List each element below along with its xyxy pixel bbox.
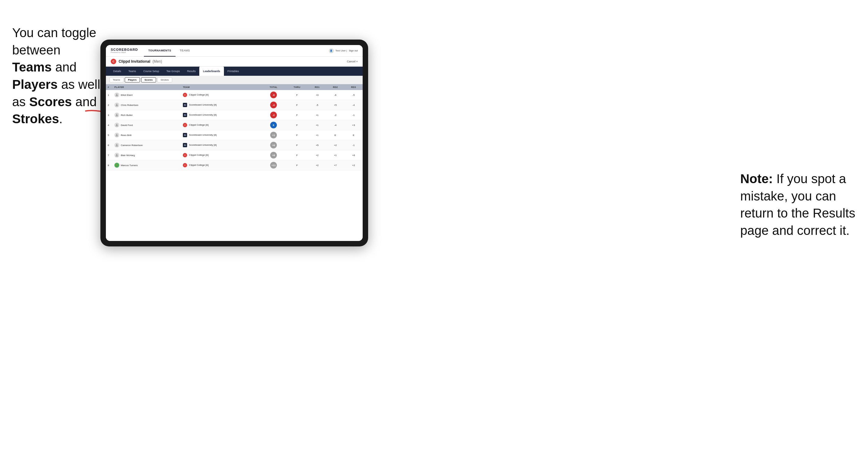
nav-teams[interactable]: TEAMS — [176, 45, 194, 57]
tab-results[interactable]: Results — [183, 67, 199, 76]
cancel-button[interactable]: Cancel × — [347, 60, 358, 63]
rd2-cell: +2 — [326, 140, 344, 150]
user-icon: 👤 — [329, 49, 334, 53]
nav-tournaments[interactable]: TOURNAMENTS — [144, 45, 175, 57]
team-cell: C Clippd College [A] — [181, 120, 261, 130]
player-avatar — [114, 133, 119, 137]
rd3-cell: -1 — [344, 140, 363, 150]
total-cell: +8 — [261, 150, 286, 160]
player-cell: Elliot Ebert — [113, 90, 181, 100]
player-cell: David Ford — [113, 120, 181, 130]
nav-right: 👤 Test User | Sign out — [329, 49, 358, 53]
team-name: Scoreboard University [A] — [189, 133, 217, 136]
col-thru: THRU — [286, 84, 308, 90]
nav-links: TOURNAMENTS TEAMS — [144, 45, 329, 57]
total-cell: -4 — [261, 100, 286, 110]
player-avatar — [114, 92, 119, 97]
player-avatar — [114, 123, 119, 127]
right-annotation: Note: If you spot a mistake, you can ret… — [740, 170, 856, 240]
table-row: 7 Blair McHarg C Clippd College [A] +8 F… — [106, 150, 363, 160]
rank-cell: 4 — [106, 120, 113, 130]
rank-cell: 8 — [106, 160, 113, 170]
tab-printables[interactable]: Printables — [224, 67, 243, 76]
toggle-teams[interactable]: Teams — [110, 77, 124, 83]
team-cell: SU Scoreboard University [A] — [181, 140, 261, 150]
player-name: Marcus Turners — [121, 164, 138, 167]
player-name: Chris Robertson — [121, 104, 138, 106]
toggle-players[interactable]: Players — [125, 77, 140, 83]
team-name: Clippd College [A] — [189, 124, 208, 126]
sign-out-link[interactable]: Sign out — [349, 49, 358, 52]
col-rd1: RD1 — [308, 84, 327, 90]
total-cell: +1 — [261, 130, 286, 140]
tab-teams[interactable]: Teams — [125, 67, 140, 76]
team-name: Scoreboard University [A] — [189, 144, 217, 146]
player-cell: Cameron Robertson — [113, 140, 181, 150]
team-cell: SU Scoreboard University [A] — [181, 110, 261, 120]
player-avatar — [114, 153, 119, 158]
player-name: David Ford — [121, 124, 133, 127]
rd2-cell: E — [326, 130, 344, 140]
svg-point-4 — [116, 124, 118, 125]
thru-cell: F — [286, 160, 308, 170]
toggle-strokes[interactable]: Strokes — [157, 77, 172, 83]
total-badge: +1 — [270, 132, 277, 138]
col-rd2: RD2 — [326, 84, 344, 90]
player-cell: Rees Britt — [113, 130, 181, 140]
leaderboard-table: # PLAYER TEAM TOTAL THRU RD1 RD2 RD3 1 E… — [106, 84, 363, 241]
total-cell: E — [261, 120, 286, 130]
tournament-title: Clippd Invitational (Men) — [119, 59, 162, 64]
total-badge: +6 — [270, 142, 277, 149]
total-badge: -8 — [270, 92, 277, 98]
rd1-cell: +3 — [308, 90, 327, 100]
col-rank: # — [106, 84, 113, 90]
rd1-cell: -5 — [308, 100, 327, 110]
player-avatar: 🏌 — [114, 163, 119, 168]
left-annotation: You can toggle between Teams and Players… — [12, 24, 100, 128]
total-badge: E — [270, 122, 277, 128]
tab-details[interactable]: Details — [110, 67, 125, 76]
svg-point-6 — [116, 144, 118, 145]
tablet-screen: SCOREBOARD Powered by clippd TOURNAMENTS… — [106, 45, 363, 241]
team-name: Clippd College [A] — [189, 164, 208, 166]
tab-leaderboards[interactable]: Leaderboards — [199, 67, 224, 76]
team-logo-icon: SU — [183, 113, 187, 117]
user-name: Test User | — [336, 49, 347, 52]
rd2-cell: +1 — [326, 150, 344, 160]
svg-point-5 — [116, 134, 118, 135]
rd1-cell: +2 — [308, 160, 327, 170]
toggle-scores[interactable]: Scores — [141, 77, 156, 83]
rank-cell: 1 — [106, 90, 113, 100]
tab-course-setup[interactable]: Course Setup — [140, 67, 163, 76]
team-logo-icon: C — [183, 93, 187, 97]
tab-tee-groups[interactable]: Tee Groups — [163, 67, 183, 76]
thru-cell: F — [286, 110, 308, 120]
thru-cell: F — [286, 130, 308, 140]
rd2-cell: +5 — [326, 100, 344, 110]
rd3-cell: +2 — [344, 160, 363, 170]
rd3-cell: +3 — [344, 120, 363, 130]
table-row: 3 Rich Butler SU Scoreboard University [… — [106, 110, 363, 120]
col-rd3: RD3 — [344, 84, 363, 90]
table-row: 4 David Ford C Clippd College [A] E F +1… — [106, 120, 363, 130]
col-team: TEAM — [181, 84, 261, 90]
team-logo-icon: C — [183, 123, 187, 127]
rd3-cell: -4 — [344, 100, 363, 110]
thru-cell: F — [286, 150, 308, 160]
svg-point-3 — [116, 114, 118, 115]
logo-area: SCOREBOARD Powered by clippd — [111, 48, 138, 53]
logo-text: SCOREBOARD — [111, 48, 138, 52]
player-name: Rees Britt — [121, 134, 131, 136]
col-player: PLAYER — [113, 84, 181, 90]
top-nav: SCOREBOARD Powered by clippd TOURNAMENTS… — [106, 45, 363, 57]
player-cell: Rich Butler — [113, 110, 181, 120]
team-cell: C Clippd College [A] — [181, 90, 261, 100]
svg-point-2 — [116, 104, 118, 105]
col-total: TOTAL — [261, 84, 286, 90]
tournament-header: C Clippd Invitational (Men) Cancel × — [106, 57, 363, 67]
rd1-cell: +5 — [308, 140, 327, 150]
table-header-row: # PLAYER TEAM TOTAL THRU RD1 RD2 RD3 — [106, 84, 363, 90]
player-cell: Blair McHarg — [113, 150, 181, 160]
rank-cell: 5 — [106, 130, 113, 140]
player-name: Rich Butler — [121, 114, 133, 117]
